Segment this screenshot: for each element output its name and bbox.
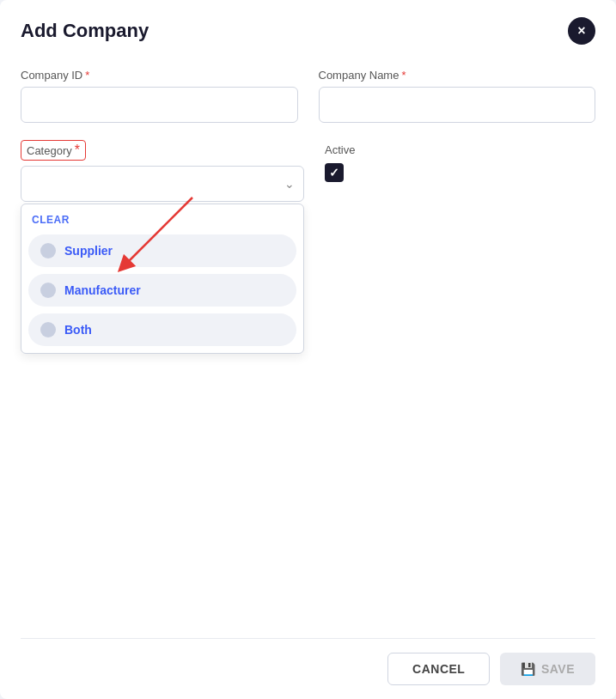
category-section: Category * ⌄ CLEAR Supplier bbox=[21, 140, 304, 354]
active-section: Active ✓ bbox=[325, 143, 355, 182]
supplier-label: Supplier bbox=[64, 244, 113, 258]
category-dropdown-panel: CLEAR Supplier Manufacturer Both bbox=[21, 204, 304, 354]
checkmark-icon: ✓ bbox=[329, 166, 339, 179]
close-icon: × bbox=[577, 23, 585, 39]
manufacturer-radio bbox=[40, 283, 56, 298]
manufacturer-label: Manufacturer bbox=[64, 283, 141, 297]
add-company-modal: Add Company × Company ID* Company Name* bbox=[0, 0, 616, 699]
modal-title: Add Company bbox=[21, 20, 149, 42]
company-id-label: Company ID* bbox=[21, 69, 298, 82]
category-select-wrapper: ⌄ CLEAR Supplier Manufacturer bbox=[21, 166, 304, 354]
supplier-radio bbox=[40, 243, 56, 258]
both-label: Both bbox=[64, 323, 92, 337]
clear-button[interactable]: CLEAR bbox=[28, 212, 73, 228]
chevron-down-icon: ⌄ bbox=[284, 177, 295, 191]
option-both[interactable]: Both bbox=[28, 313, 296, 346]
save-icon: 💾 bbox=[521, 662, 536, 676]
company-name-group: Company Name* bbox=[319, 69, 596, 123]
form-row-2: Category * ⌄ CLEAR Supplier bbox=[21, 140, 595, 354]
option-supplier[interactable]: Supplier bbox=[28, 234, 296, 267]
active-label: Active bbox=[325, 143, 355, 156]
category-required: * bbox=[75, 143, 80, 158]
modal-header: Add Company × bbox=[21, 17, 595, 45]
both-radio bbox=[40, 322, 56, 337]
cancel-button[interactable]: CANCEL bbox=[387, 653, 490, 685]
category-select-box[interactable]: ⌄ bbox=[21, 166, 304, 202]
active-checkbox-wrapper: ✓ bbox=[325, 163, 355, 182]
option-manufacturer[interactable]: Manufacturer bbox=[28, 274, 296, 307]
save-button[interactable]: 💾 SAVE bbox=[500, 653, 595, 685]
company-id-input[interactable] bbox=[21, 87, 298, 123]
active-checkbox[interactable]: ✓ bbox=[325, 163, 344, 182]
category-label: Category bbox=[27, 144, 72, 157]
category-label-row: Category * bbox=[21, 140, 304, 161]
modal-footer: CANCEL 💾 SAVE bbox=[21, 638, 595, 699]
form-row-1: Company ID* Company Name* bbox=[21, 69, 595, 123]
form-body: Company ID* Company Name* Category * bbox=[21, 69, 595, 638]
company-name-label: Company Name* bbox=[319, 69, 596, 82]
category-label-box: Category * bbox=[21, 140, 86, 161]
company-id-group: Company ID* bbox=[21, 69, 298, 123]
close-button[interactable]: × bbox=[568, 17, 595, 45]
company-name-input[interactable] bbox=[319, 87, 596, 123]
